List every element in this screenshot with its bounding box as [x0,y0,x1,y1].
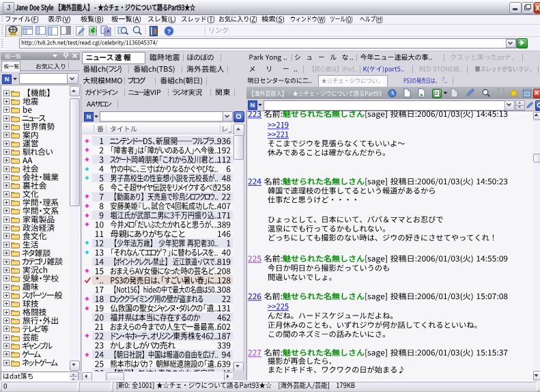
svg-text:?: ? [167,28,171,35]
